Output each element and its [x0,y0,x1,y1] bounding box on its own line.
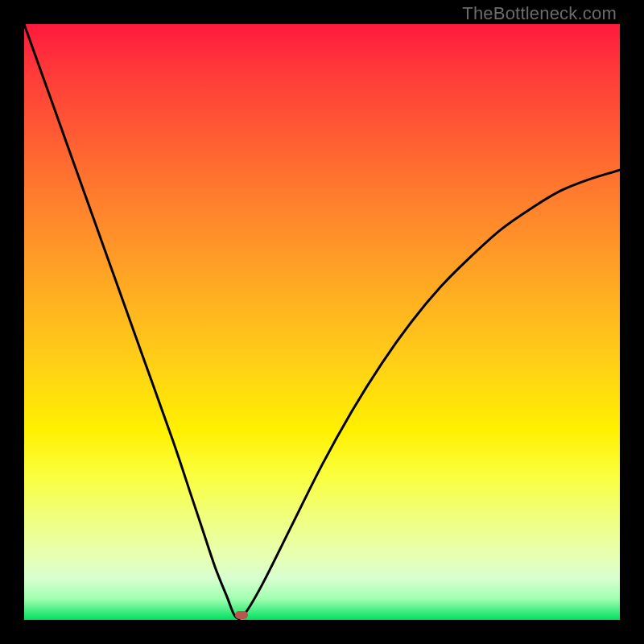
minimum-marker [235,611,248,619]
curve-svg [24,24,620,620]
plot-area [24,24,620,620]
chart-frame: TheBottleneck.com [0,0,644,644]
watermark-text: TheBottleneck.com [462,3,617,24]
bottleneck-curve-path [24,24,620,619]
